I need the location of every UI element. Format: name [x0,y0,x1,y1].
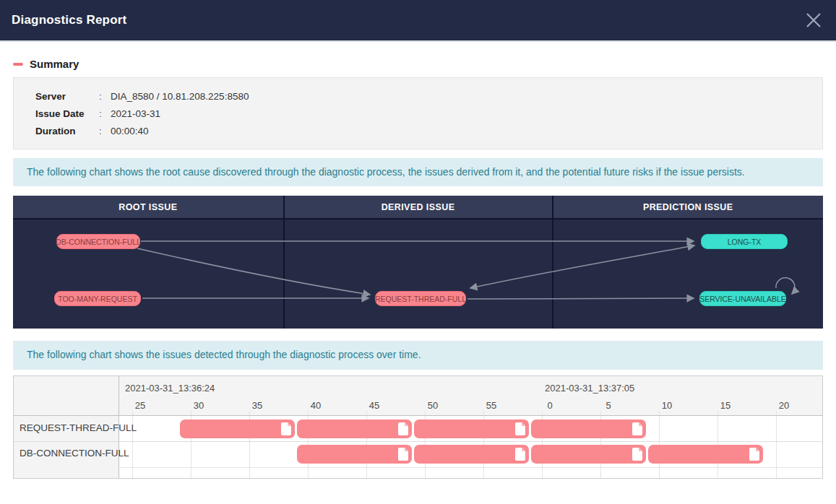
axis-tick-label: 30 [194,400,204,411]
flow-node-db-connection-full: DB-CONNECTION-FULL [56,234,140,249]
flow-node-service-unavailable: SERVICE-UNAVAILABLE [699,291,786,306]
document-icon [280,422,291,435]
axis-tick-label: 45 [369,400,379,411]
flow-node-too-many-request: TOO-MANY-REQUEST [54,291,141,306]
issue-timeline-bar[interactable] [648,445,763,464]
document-icon [397,422,408,435]
axis-border [14,415,822,416]
axis-tick-label: 25 [135,400,145,411]
issue-timeline-bar[interactable] [297,420,412,438]
axis-start-timestamp: 2021-03-31_13:36:24 [125,383,215,394]
axis-minute-timestamp: 2021-03-31_13:37:05 [545,383,634,394]
document-icon [632,448,642,461]
axis-tick-label: 10 [662,400,672,411]
flow-node-long-tx: LONG-TX [701,234,788,249]
document-icon [632,422,642,435]
summary-label: Server [35,91,99,102]
dialog-titlebar: Diagnostics Report [0,0,836,42]
axis-tick-label: 15 [720,400,731,411]
document-icon [514,448,525,461]
edge-requestthreadfull-to-serviceunavailable [467,298,694,299]
summary-value-duration: 00:00:40 [111,126,149,136]
row-label-db-connection-full: DB-CONNECTION-FULL [20,448,129,459]
edge-db-to-requestthreadfull [137,248,370,295]
issue-timeline-bar[interactable] [180,420,295,438]
close-button[interactable] [803,9,824,31]
gantt-gridline [776,411,777,479]
axis-tick-label: 40 [311,400,321,411]
summary-section-title: Summary [30,58,79,70]
issue-flow-panel: ROOT ISSUE DERIVED ISSUE PREDICTION ISSU… [13,196,823,329]
summary-label: Duration [35,126,99,136]
row-divider [120,467,822,468]
summary-box: Server : DIA_8580 / 10.81.208.225:8580 I… [13,77,823,149]
axis-tick-label: 5 [606,400,611,411]
issue-timeline-chart: 2530354045505505101520 REQUEST-THREAD-FU… [13,375,823,479]
dialog-title: Diagnostics Report [12,13,126,27]
axis-tick-label: 55 [486,400,496,411]
issue-flow-edges [13,196,823,329]
issue-timeline-bar[interactable] [297,445,412,464]
axis-tick-label: 20 [779,400,789,411]
edge-longtx-requestthreadfull [470,246,694,288]
document-icon [397,448,408,461]
summary-row-duration: Duration : 00:00:40 [35,122,822,139]
row-divider [14,441,822,442]
summary-value-issue-date: 2021-03-31 [111,108,160,119]
document-icon [749,448,759,461]
summary-label: Issue Date [35,108,99,119]
issue-timeline-bar[interactable] [414,420,529,438]
summary-section-header: Summary [13,58,823,70]
axis-tick-label: 35 [252,400,262,411]
summary-row-issue-date: Issue Date : 2021-03-31 [35,105,822,122]
section-dash-icon [13,63,23,66]
issue-timeline-bar[interactable] [531,445,646,464]
issue-timeline-bar[interactable] [414,445,529,464]
axis-tick-label: 0 [547,400,552,411]
flow-node-request-thread-full: REQUEST-THREAD-FULL [375,291,466,306]
axis-tick-label: 50 [428,400,438,411]
timeline-banner: The following chart shows the issues det… [13,341,823,369]
document-icon [514,422,525,435]
summary-row-server: Server : DIA_8580 / 10.81.208.225:8580 [35,87,822,105]
issue-timeline-bar[interactable] [531,420,646,438]
summary-value-server: DIA_8580 / 10.81.208.225:8580 [111,91,249,102]
close-icon [804,11,823,30]
row-label-request-thread-full: REQUEST-THREAD-FULL [20,422,137,433]
gantt-gridline [132,411,133,479]
root-cause-banner: The following chart shows the root cause… [13,158,823,186]
